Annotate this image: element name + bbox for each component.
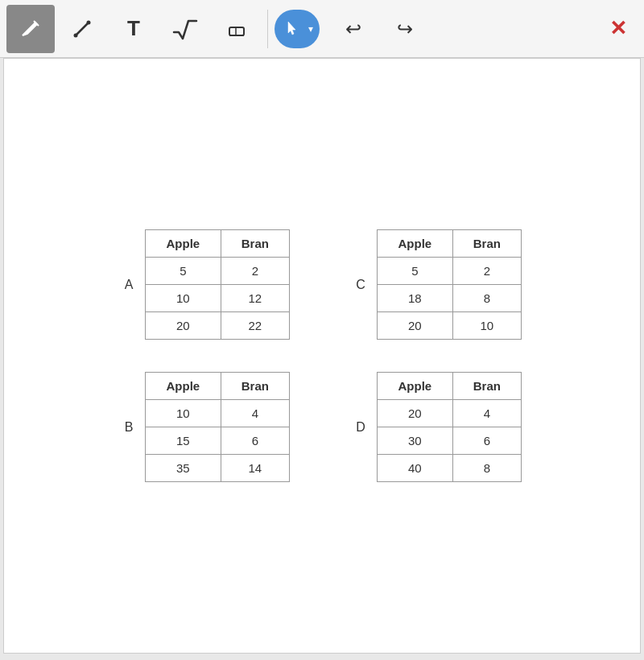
table-row: 104 xyxy=(146,400,290,427)
svg-point-1 xyxy=(74,33,78,37)
table-cell: 35 xyxy=(146,455,221,482)
text-button[interactable]: T xyxy=(109,5,158,53)
table-cell: 6 xyxy=(452,427,521,455)
table-row: 2010 xyxy=(378,312,522,340)
table-cell: 40 xyxy=(378,455,453,482)
line-button[interactable] xyxy=(58,5,106,53)
table-row: 156 xyxy=(146,427,290,455)
table-header: Apple xyxy=(378,230,453,258)
table-header: Bran xyxy=(221,230,289,258)
data-table-b: AppleBran1041563514 xyxy=(145,372,290,482)
table-header: Bran xyxy=(452,373,521,400)
table-header: Apple xyxy=(146,373,221,400)
cursor-group[interactable]: ▾ xyxy=(275,10,320,48)
cursor-icon xyxy=(278,14,307,43)
table-header: Bran xyxy=(452,230,521,258)
table-cell: 10 xyxy=(146,285,221,312)
table-row: 204 xyxy=(378,400,522,427)
table-header: Apple xyxy=(146,230,221,258)
table-label-a: A xyxy=(122,278,135,292)
canvas-area: AAppleBran5210122022CAppleBran521882010B… xyxy=(3,58,641,654)
redo-icon: ↪ xyxy=(397,18,413,40)
table-cell: 2 xyxy=(452,258,521,285)
cursor-chevron-icon: ▾ xyxy=(308,23,313,35)
table-cell: 20 xyxy=(378,400,453,427)
undo-button[interactable]: ↩ xyxy=(329,5,378,53)
table-label-d: D xyxy=(354,420,367,435)
svg-rect-3 xyxy=(229,27,244,35)
table-cell: 20 xyxy=(146,312,221,340)
table-cell: 4 xyxy=(452,400,521,427)
data-table-d: AppleBran204306408 xyxy=(377,372,522,482)
undo-icon: ↩ xyxy=(345,18,361,40)
table-section-d: DAppleBran204306408 xyxy=(354,372,522,482)
table-cell: 18 xyxy=(378,285,453,312)
close-icon: ✕ xyxy=(609,16,627,41)
tables-container: AAppleBran5210122022CAppleBran521882010B… xyxy=(106,213,538,498)
table-cell: 10 xyxy=(146,400,221,427)
table-row: 2022 xyxy=(146,312,290,340)
data-table-a: AppleBran5210122022 xyxy=(145,229,290,340)
toolbar: T ▾ ↩ ↪ ✕ xyxy=(0,0,644,58)
table-cell: 8 xyxy=(452,455,521,482)
table-cell: 4 xyxy=(221,400,289,427)
table-cell: 2 xyxy=(221,258,289,285)
table-section-b: BAppleBran1041563514 xyxy=(122,372,290,482)
divider xyxy=(267,10,268,48)
undo-redo-group: ↩ ↪ xyxy=(329,5,429,53)
table-cell: 8 xyxy=(452,285,521,312)
table-row: 306 xyxy=(378,427,522,455)
table-label-b: B xyxy=(122,420,135,435)
table-cell: 5 xyxy=(146,258,221,285)
eraser-button[interactable] xyxy=(213,5,261,53)
table-cell: 10 xyxy=(452,312,521,340)
table-label-c: C xyxy=(354,278,367,292)
table-header: Apple xyxy=(378,373,453,400)
table-header: Bran xyxy=(221,373,289,400)
table-section-c: CAppleBran521882010 xyxy=(354,229,522,340)
close-button[interactable]: ✕ xyxy=(599,10,638,48)
data-table-c: AppleBran521882010 xyxy=(377,229,522,340)
table-cell: 22 xyxy=(221,312,289,340)
table-cell: 14 xyxy=(221,455,289,482)
table-cell: 30 xyxy=(378,427,453,455)
table-cell: 20 xyxy=(378,312,453,340)
svg-line-0 xyxy=(76,23,89,35)
table-row: 408 xyxy=(378,455,522,482)
table-section-a: AAppleBran5210122022 xyxy=(122,229,290,340)
pencil-button[interactable] xyxy=(6,5,55,53)
table-cell: 5 xyxy=(378,258,453,285)
table-row: 188 xyxy=(378,285,522,312)
table-row: 52 xyxy=(378,258,522,285)
table-row: 3514 xyxy=(146,455,290,482)
table-cell: 6 xyxy=(221,427,289,455)
table-row: 1012 xyxy=(146,285,290,312)
table-cell: 12 xyxy=(221,285,289,312)
redo-button[interactable]: ↪ xyxy=(381,5,429,53)
svg-point-2 xyxy=(87,20,91,24)
table-row: 52 xyxy=(146,258,290,285)
sqrt-button[interactable] xyxy=(161,5,209,53)
table-cell: 15 xyxy=(146,427,221,455)
